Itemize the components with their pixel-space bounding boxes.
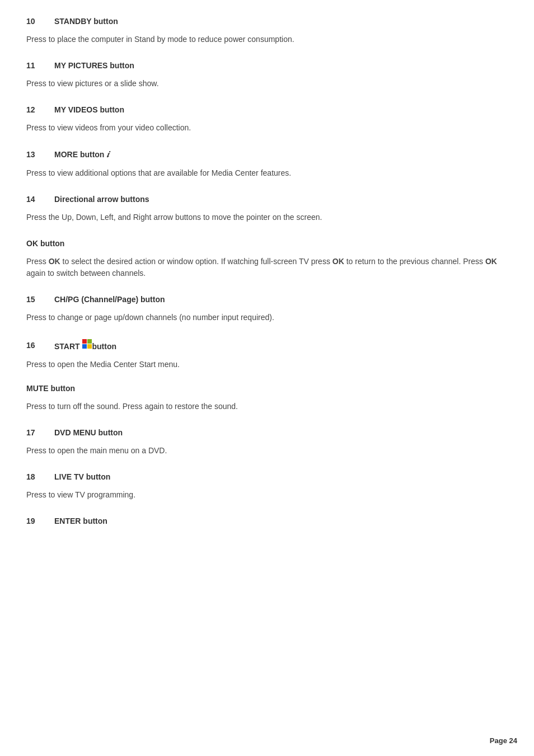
windows-logo-icon (82, 339, 92, 349)
section-10-number: 10 (26, 17, 43, 26)
more-icon: 𝑖 (106, 149, 109, 159)
section-16-number: 16 (26, 341, 43, 350)
section-16-title: START button (54, 339, 116, 351)
section-15: 15 CH/PG (Channel/Page) button Press to … (26, 289, 508, 323)
section-12-heading: 12 MY VIDEOS button (26, 100, 508, 114)
section-12-title: MY VIDEOS button (54, 105, 124, 114)
section-13-title: MORE button 𝑖 (54, 149, 109, 159)
section-10-title: STANDBY button (54, 17, 118, 26)
ok-body-part1: Press (26, 257, 49, 266)
section-11-number: 11 (26, 61, 43, 70)
section-10-heading: 10 STANDBY button (26, 11, 508, 26)
ok-body-part4: again to switch between channels. (26, 269, 146, 278)
section-17-title: DVD MENU button (54, 428, 123, 437)
section-17-number: 17 (26, 428, 43, 437)
section-19: 19 ENTER button (26, 511, 508, 525)
section-16-body: Press to open the Media Center Start men… (26, 359, 508, 370)
section-17-body: Press to open the main menu on a DVD. (26, 445, 508, 457)
page-container: 10 STANDBY button Press to place the com… (0, 0, 534, 558)
section-11-title: MY PICTURES button (54, 61, 134, 70)
section-17-heading: 17 DVD MENU button (26, 422, 508, 437)
ok-section: OK button Press OK to select the desired… (26, 233, 508, 279)
section-15-heading: 15 CH/PG (Channel/Page) button (26, 289, 508, 304)
section-11: 11 MY PICTURES button Press to view pict… (26, 55, 508, 90)
ok-body: Press OK to select the desired action or… (26, 256, 508, 279)
section-14-body: Press the Up, Down, Left, and Right arro… (26, 212, 508, 223)
ok-heading: OK button (26, 233, 508, 248)
section-13-heading: 13 MORE button 𝑖 (26, 144, 508, 159)
section-12: 12 MY VIDEOS button Press to view videos… (26, 100, 508, 134)
section-11-heading: 11 MY PICTURES button (26, 55, 508, 70)
svg-rect-1 (87, 339, 92, 344)
section-19-number: 19 (26, 516, 43, 525)
ok-body-part2: to select the desired action or window o… (60, 257, 332, 266)
section-18: 18 LIVE TV button Press to view TV progr… (26, 467, 508, 501)
mute-body: Press to turn off the sound. Press again… (26, 401, 508, 412)
section-19-title: ENTER button (54, 516, 107, 525)
section-14-heading: 14 Directional arrow buttons (26, 189, 508, 204)
section-11-body: Press to view pictures or a slide show. (26, 78, 508, 90)
section-15-number: 15 (26, 295, 43, 304)
section-10-body: Press to place the computer in Stand by … (26, 34, 508, 45)
section-16: 16 START button Press to open the Media … (26, 334, 508, 370)
ok-bold2: OK (332, 257, 344, 266)
ok-body-part3: to return to the previous channel. Press (344, 257, 485, 266)
section-17: 17 DVD MENU button Press to open the mai… (26, 422, 508, 457)
section-14-title: Directional arrow buttons (54, 195, 149, 204)
ok-bold1: OK (49, 257, 60, 266)
section-19-heading: 19 ENTER button (26, 511, 508, 525)
page-footer: Page 24 (490, 736, 517, 745)
section-12-body: Press to view videos from your video col… (26, 122, 508, 134)
section-13-body: Press to view additional options that ar… (26, 167, 508, 179)
section-18-heading: 18 LIVE TV button (26, 467, 508, 481)
section-18-number: 18 (26, 472, 43, 481)
section-10: 10 STANDBY button Press to place the com… (26, 11, 508, 45)
section-15-body: Press to change or page up/down channels… (26, 312, 508, 323)
section-12-number: 12 (26, 105, 43, 114)
ok-bold3: OK (485, 257, 497, 266)
section-13-number: 13 (26, 150, 43, 159)
section-14: 14 Directional arrow buttons Press the U… (26, 189, 508, 223)
svg-rect-0 (82, 339, 87, 344)
svg-rect-3 (87, 344, 92, 349)
mute-section: MUTE button Press to turn off the sound.… (26, 381, 508, 412)
mute-heading: MUTE button (26, 381, 508, 393)
section-18-title: LIVE TV button (54, 472, 110, 481)
section-15-title: CH/PG (Channel/Page) button (54, 295, 165, 304)
section-13: 13 MORE button 𝑖 Press to view additiona… (26, 144, 508, 179)
section-16-heading: 16 START button (26, 334, 508, 351)
svg-rect-2 (82, 344, 87, 349)
section-14-number: 14 (26, 195, 43, 204)
section-18-body: Press to view TV programming. (26, 489, 508, 501)
